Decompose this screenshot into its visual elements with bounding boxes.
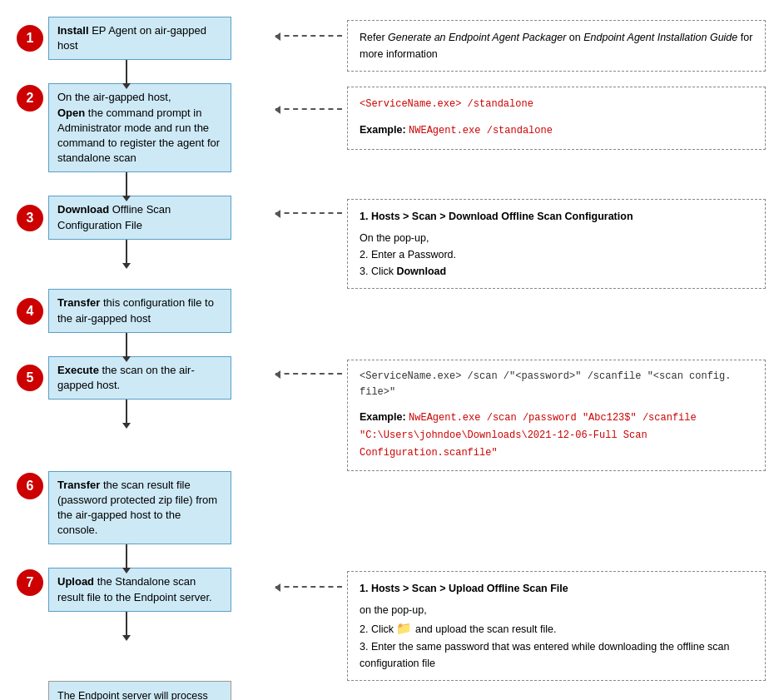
note-3-line3: 2. Enter a Password. xyxy=(360,246,753,263)
step-5-group: 5 Execute the scan on the air-gapped hos… xyxy=(17,356,270,423)
note-7-line4: 3. Enter the same password that was ente… xyxy=(360,638,753,672)
step-7-bold: Upload xyxy=(57,575,94,588)
footer-row: The Endpoint server will process the sca… xyxy=(17,681,766,700)
note-2-line2: Example: NWEAgent.exe /standalone xyxy=(360,121,753,141)
step-5-bold: Execute xyxy=(57,364,99,376)
row-7: 7 Upload the Standalone scan result file… xyxy=(17,568,766,681)
step-3-group: 3 Download Offline Scan Configuration Fi… xyxy=(17,196,270,262)
row-3: 3 Download Offline Scan Configuration Fi… xyxy=(17,196,766,289)
connector-7 xyxy=(126,612,127,635)
note-5-example-label: Example: xyxy=(360,411,409,423)
step-4-bold: Transfer xyxy=(57,296,100,309)
circle-2: 2 xyxy=(17,85,43,112)
step-7-content: 7 Upload the Standalone scan result file… xyxy=(17,568,231,611)
folder-icon: 📁 xyxy=(396,621,412,635)
dashed-arrow-5 xyxy=(275,373,342,375)
dashed-arrow-1 xyxy=(275,35,342,37)
step-1-content: 1 Install EP Agent on air-gapped host xyxy=(17,17,231,60)
note-7-line3: 2. Click 📁 and upload the scan result fi… xyxy=(360,618,753,638)
note-1: Refer Generate an Endpoint Agent Package… xyxy=(347,20,766,72)
note-2: <ServiceName.exe> /standalone Example: N… xyxy=(347,87,766,149)
note-1-text: Refer Generate an Endpoint Agent Package… xyxy=(360,32,752,60)
row-5: 5 Execute the scan on the air-gapped hos… xyxy=(17,356,766,471)
step-1-group: 1 Install EP Agent on air-gapped host xyxy=(17,17,270,83)
note-3-line1: 1. Hosts > Scan > Download Offline Scan … xyxy=(360,208,753,225)
step-6-bold: Transfer xyxy=(57,479,100,491)
circle-3: 3 xyxy=(17,205,43,231)
step-2-content: 2 On the air-gapped host, Open the comma… xyxy=(17,83,231,172)
row-1: 1 Install EP Agent on air-gapped host Re… xyxy=(17,17,766,83)
step-2-box: On the air-gapped host, Open the command… xyxy=(48,83,231,172)
note-3-line2: On the pop-up, xyxy=(360,230,753,246)
step-4-group: 4 Transfer this configuration file to th… xyxy=(17,289,270,355)
note-5-example-code: NwEAgent.exe /scan /password "Abc123$" /… xyxy=(360,412,697,459)
footer-box-wrapper: The Endpoint server will process the sca… xyxy=(17,681,270,700)
connector-3 xyxy=(126,240,127,263)
circle-1: 1 xyxy=(17,25,43,52)
circle-6: 6 xyxy=(17,473,43,499)
note-5-line2: Example: NwEAgent.exe /scan /password "A… xyxy=(360,409,753,462)
step-3-bold: Download xyxy=(57,203,109,216)
connector-2 xyxy=(126,172,127,196)
step-6-box: Transfer the scan result file (password … xyxy=(48,471,231,545)
note-5-line1: <ServiceName.exe> /scan /"<password>" /s… xyxy=(360,369,753,400)
note-7-line1: 1. Hosts > Scan > Upload Offline Scan Fi… xyxy=(360,580,753,597)
step-2-prefix: On the air-gapped host, xyxy=(57,91,171,103)
diagram-container: 1 Install EP Agent on air-gapped host Re… xyxy=(17,8,766,700)
step-4-content: 4 Transfer this configuration file to th… xyxy=(17,289,231,332)
connector-1 xyxy=(126,60,127,83)
circle-7: 7 xyxy=(17,569,43,596)
note-3: 1. Hosts > Scan > Download Offline Scan … xyxy=(347,199,766,289)
step-2-bold: Open xyxy=(57,107,85,119)
note-2-example-label: Example: xyxy=(360,124,409,136)
step-1-box: Install EP Agent on air-gapped host xyxy=(48,17,231,60)
step-5-content: 5 Execute the scan on the air-gapped hos… xyxy=(17,356,231,400)
connector-6 xyxy=(126,544,127,568)
note-7: 1. Hosts > Scan > Upload Offline Scan Fi… xyxy=(347,571,766,681)
circle-5: 5 xyxy=(17,365,43,391)
step-7-box: Upload the Standalone scan result file t… xyxy=(48,568,231,611)
dashed-arrow-2 xyxy=(275,108,342,110)
footer-box: The Endpoint server will process the sca… xyxy=(48,681,231,700)
connector-4 xyxy=(126,333,127,356)
step-7-group: 7 Upload the Standalone scan result file… xyxy=(17,568,270,634)
step-2-group: 2 On the air-gapped host, Open the comma… xyxy=(17,83,270,196)
step-6-group: 6 Transfer the scan result file (passwor… xyxy=(17,471,270,568)
row-6: 6 Transfer the scan result file (passwor… xyxy=(17,471,766,568)
note-3-line4: 3. Click Download xyxy=(360,263,753,280)
step-1-bold: Install xyxy=(57,24,89,37)
step-4-box: Transfer this configuration file to the … xyxy=(48,289,231,332)
step-3-box: Download Offline Scan Configuration File xyxy=(48,196,231,239)
step-6-content: 6 Transfer the scan result file (passwor… xyxy=(17,471,231,545)
step-5-box: Execute the scan on the air-gapped host. xyxy=(48,356,231,400)
note-2-line1: <ServiceName.exe> /standalone xyxy=(360,96,753,114)
dashed-arrow-3 xyxy=(275,212,342,214)
note-5: <ServiceName.exe> /scan /"<password>" /s… xyxy=(347,360,766,471)
row-2: 2 On the air-gapped host, Open the comma… xyxy=(17,83,766,196)
note-7-line2: on the pop-up, xyxy=(360,602,753,618)
circle-4: 4 xyxy=(17,298,43,325)
connector-5 xyxy=(126,400,127,423)
row-4: 4 Transfer this configuration file to th… xyxy=(17,289,766,355)
note-2-example-code: NWEAgent.exe /standalone xyxy=(409,125,553,137)
step-3-content: 3 Download Offline Scan Configuration Fi… xyxy=(17,196,231,239)
dashed-arrow-7 xyxy=(275,586,342,588)
